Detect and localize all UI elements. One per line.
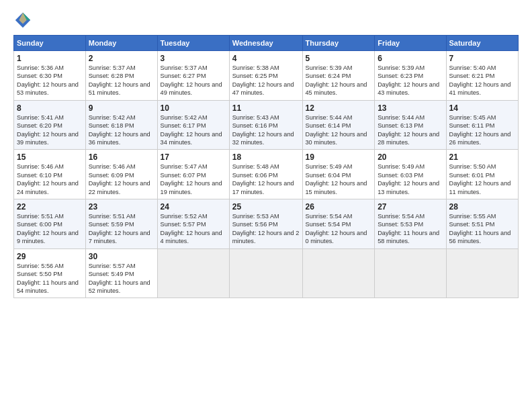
- calendar-cell: 25 Sunrise: 5:53 AM Sunset: 5:56 PM Dayl…: [229, 199, 302, 249]
- day-info: Sunrise: 5:43 AM Sunset: 6:16 PM Dayligh…: [232, 113, 300, 147]
- day-info: Sunrise: 5:56 AM Sunset: 5:50 PM Dayligh…: [17, 262, 83, 295]
- day-header-tuesday: Tuesday: [157, 36, 229, 51]
- calendar-cell: 14 Sunrise: 5:45 AM Sunset: 6:11 PM Dayl…: [446, 100, 519, 150]
- day-number: 20: [378, 152, 443, 162]
- day-info: Sunrise: 5:41 AM Sunset: 6:20 PM Dayligh…: [17, 113, 83, 147]
- day-info: Sunrise: 5:40 AM Sunset: 6:21 PM Dayligh…: [449, 64, 516, 97]
- day-number: 29: [17, 252, 83, 261]
- day-info: Sunrise: 5:55 AM Sunset: 5:51 PM Dayligh…: [449, 212, 516, 246]
- calendar-week-1: 1 Sunrise: 5:36 AM Sunset: 6:30 PM Dayli…: [14, 51, 519, 101]
- logo-icon: [13, 11, 32, 30]
- calendar-cell: 16 Sunrise: 5:46 AM Sunset: 6:09 PM Dayl…: [85, 150, 157, 199]
- calendar-cell: 2 Sunrise: 5:37 AM Sunset: 6:28 PM Dayli…: [85, 51, 157, 101]
- day-info: Sunrise: 5:51 AM Sunset: 5:59 PM Dayligh…: [89, 212, 154, 246]
- day-number: 26: [306, 202, 372, 212]
- calendar-cell: 11 Sunrise: 5:43 AM Sunset: 6:16 PM Dayl…: [229, 100, 302, 150]
- day-info: Sunrise: 5:46 AM Sunset: 6:10 PM Dayligh…: [17, 163, 83, 196]
- day-number: 16: [89, 152, 154, 162]
- day-number: 10: [161, 103, 226, 113]
- day-number: 14: [449, 103, 516, 113]
- day-header-saturday: Saturday: [446, 36, 519, 51]
- day-header-sunday: Sunday: [14, 36, 86, 51]
- day-header-monday: Monday: [85, 36, 157, 51]
- day-info: Sunrise: 5:39 AM Sunset: 6:24 PM Dayligh…: [306, 64, 372, 97]
- day-info: Sunrise: 5:45 AM Sunset: 6:11 PM Dayligh…: [449, 113, 516, 147]
- calendar-week-4: 22 Sunrise: 5:51 AM Sunset: 6:00 PM Dayl…: [14, 199, 519, 249]
- day-number: 9: [89, 103, 154, 113]
- day-number: 15: [17, 152, 83, 162]
- day-info: Sunrise: 5:44 AM Sunset: 6:13 PM Dayligh…: [378, 113, 443, 147]
- day-number: 8: [17, 103, 83, 113]
- day-number: 1: [17, 54, 83, 63]
- day-info: Sunrise: 5:57 AM Sunset: 5:49 PM Dayligh…: [89, 262, 154, 295]
- day-info: Sunrise: 5:38 AM Sunset: 6:25 PM Dayligh…: [232, 64, 300, 97]
- day-number: 4: [232, 54, 300, 63]
- day-info: Sunrise: 5:37 AM Sunset: 6:28 PM Dayligh…: [89, 64, 154, 97]
- day-info: Sunrise: 5:44 AM Sunset: 6:14 PM Dayligh…: [306, 113, 372, 147]
- page: SundayMondayTuesdayWednesdayThursdayFrid…: [0, 0, 532, 411]
- calendar-cell: 6 Sunrise: 5:39 AM Sunset: 6:23 PM Dayli…: [375, 51, 446, 101]
- calendar-cell: 19 Sunrise: 5:49 AM Sunset: 6:04 PM Dayl…: [302, 150, 375, 199]
- day-number: 22: [17, 202, 83, 212]
- day-number: 23: [89, 202, 154, 212]
- calendar-cell: 1 Sunrise: 5:36 AM Sunset: 6:30 PM Dayli…: [14, 51, 86, 101]
- calendar-cell: 5 Sunrise: 5:39 AM Sunset: 6:24 PM Dayli…: [302, 51, 375, 101]
- day-info: Sunrise: 5:49 AM Sunset: 6:04 PM Dayligh…: [306, 163, 372, 196]
- day-number: 7: [449, 54, 516, 63]
- calendar-cell: 13 Sunrise: 5:44 AM Sunset: 6:13 PM Dayl…: [375, 100, 446, 150]
- calendar-cell: 10 Sunrise: 5:42 AM Sunset: 6:17 PM Dayl…: [157, 100, 229, 150]
- day-info: Sunrise: 5:42 AM Sunset: 6:18 PM Dayligh…: [89, 113, 154, 147]
- calendar-cell: 22 Sunrise: 5:51 AM Sunset: 6:00 PM Dayl…: [14, 199, 86, 249]
- day-info: Sunrise: 5:48 AM Sunset: 6:06 PM Dayligh…: [232, 163, 300, 196]
- day-number: 11: [232, 103, 300, 113]
- calendar-cell: 28 Sunrise: 5:55 AM Sunset: 5:51 PM Dayl…: [446, 199, 519, 249]
- day-number: 6: [378, 54, 443, 63]
- calendar-cell: 9 Sunrise: 5:42 AM Sunset: 6:18 PM Dayli…: [85, 100, 157, 150]
- day-info: Sunrise: 5:36 AM Sunset: 6:30 PM Dayligh…: [17, 64, 83, 97]
- day-info: Sunrise: 5:54 AM Sunset: 5:54 PM Dayligh…: [306, 212, 372, 246]
- calendar-cell: [302, 248, 375, 298]
- calendar-week-3: 15 Sunrise: 5:46 AM Sunset: 6:10 PM Dayl…: [14, 150, 519, 199]
- day-header-thursday: Thursday: [302, 36, 375, 51]
- day-number: 5: [306, 54, 372, 63]
- calendar-cell: 27 Sunrise: 5:54 AM Sunset: 5:53 PM Dayl…: [375, 199, 446, 249]
- day-number: 13: [378, 103, 443, 113]
- calendar-cell: 3 Sunrise: 5:37 AM Sunset: 6:27 PM Dayli…: [157, 51, 229, 101]
- day-info: Sunrise: 5:49 AM Sunset: 6:03 PM Dayligh…: [378, 163, 443, 196]
- calendar-cell: 7 Sunrise: 5:40 AM Sunset: 6:21 PM Dayli…: [446, 51, 519, 101]
- day-info: Sunrise: 5:52 AM Sunset: 5:57 PM Dayligh…: [161, 212, 226, 246]
- day-info: Sunrise: 5:46 AM Sunset: 6:09 PM Dayligh…: [89, 163, 154, 196]
- day-info: Sunrise: 5:50 AM Sunset: 6:01 PM Dayligh…: [449, 163, 516, 196]
- header: [13, 11, 519, 30]
- day-header-friday: Friday: [375, 36, 446, 51]
- calendar-week-5: 29 Sunrise: 5:56 AM Sunset: 5:50 PM Dayl…: [14, 248, 519, 298]
- day-number: 19: [306, 152, 372, 162]
- day-info: Sunrise: 5:47 AM Sunset: 6:07 PM Dayligh…: [161, 163, 226, 196]
- day-number: 27: [378, 202, 443, 212]
- day-info: Sunrise: 5:51 AM Sunset: 6:00 PM Dayligh…: [17, 212, 83, 246]
- calendar-cell: [157, 248, 229, 298]
- day-info: Sunrise: 5:53 AM Sunset: 5:56 PM Dayligh…: [232, 212, 300, 246]
- day-number: 28: [449, 202, 516, 212]
- calendar-cell: [229, 248, 302, 298]
- calendar-cell: 24 Sunrise: 5:52 AM Sunset: 5:57 PM Dayl…: [157, 199, 229, 249]
- day-number: 12: [306, 103, 372, 113]
- calendar-cell: 4 Sunrise: 5:38 AM Sunset: 6:25 PM Dayli…: [229, 51, 302, 101]
- day-info: Sunrise: 5:54 AM Sunset: 5:53 PM Dayligh…: [378, 212, 443, 246]
- calendar-cell: 26 Sunrise: 5:54 AM Sunset: 5:54 PM Dayl…: [302, 199, 375, 249]
- calendar-cell: 15 Sunrise: 5:46 AM Sunset: 6:10 PM Dayl…: [14, 150, 86, 199]
- calendar-cell: 21 Sunrise: 5:50 AM Sunset: 6:01 PM Dayl…: [446, 150, 519, 199]
- calendar-cell: 17 Sunrise: 5:47 AM Sunset: 6:07 PM Dayl…: [157, 150, 229, 199]
- calendar-header-row: SundayMondayTuesdayWednesdayThursdayFrid…: [14, 36, 519, 51]
- logo: [13, 11, 35, 30]
- calendar-cell: [375, 248, 446, 298]
- day-number: 17: [161, 152, 226, 162]
- day-header-wednesday: Wednesday: [229, 36, 302, 51]
- day-number: 21: [449, 152, 516, 162]
- day-info: Sunrise: 5:37 AM Sunset: 6:27 PM Dayligh…: [161, 64, 226, 97]
- calendar-cell: 8 Sunrise: 5:41 AM Sunset: 6:20 PM Dayli…: [14, 100, 86, 150]
- calendar-cell: 20 Sunrise: 5:49 AM Sunset: 6:03 PM Dayl…: [375, 150, 446, 199]
- day-number: 2: [89, 54, 154, 63]
- day-number: 3: [161, 54, 226, 63]
- calendar-week-2: 8 Sunrise: 5:41 AM Sunset: 6:20 PM Dayli…: [14, 100, 519, 150]
